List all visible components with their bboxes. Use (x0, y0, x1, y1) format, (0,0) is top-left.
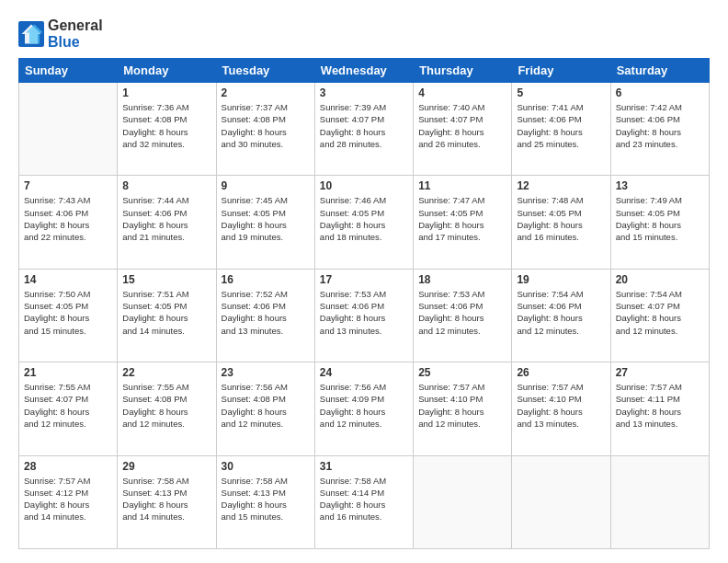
day-cell: 8Sunrise: 7:44 AM Sunset: 4:06 PM Daylig… (118, 176, 216, 269)
day-cell (19, 83, 118, 176)
day-cell: 31Sunrise: 7:58 AM Sunset: 4:14 PM Dayli… (314, 455, 413, 548)
day-number: 28 (24, 460, 112, 473)
day-number: 7 (24, 179, 112, 192)
day-number: 12 (517, 179, 605, 192)
day-content: Sunrise: 7:46 AM Sunset: 4:05 PM Dayligh… (320, 194, 408, 243)
day-number: 17 (320, 273, 408, 286)
day-content: Sunrise: 7:47 AM Sunset: 4:05 PM Dayligh… (418, 194, 506, 243)
day-content: Sunrise: 7:44 AM Sunset: 4:06 PM Dayligh… (122, 194, 210, 243)
day-cell: 21Sunrise: 7:55 AM Sunset: 4:07 PM Dayli… (19, 362, 118, 455)
week-row-3: 14Sunrise: 7:50 AM Sunset: 4:05 PM Dayli… (19, 269, 710, 362)
day-cell: 13Sunrise: 7:49 AM Sunset: 4:05 PM Dayli… (610, 176, 709, 269)
day-number: 1 (122, 86, 210, 99)
calendar-page: General Blue SundayMondayTuesdayWednesda… (0, 0, 728, 563)
day-number: 3 (320, 86, 408, 99)
day-content: Sunrise: 7:58 AM Sunset: 4:13 PM Dayligh… (122, 475, 210, 523)
header: General Blue (18, 14, 710, 51)
calendar-body: 1Sunrise: 7:36 AM Sunset: 4:08 PM Daylig… (19, 83, 710, 549)
day-content: Sunrise: 7:49 AM Sunset: 4:05 PM Dayligh… (616, 194, 704, 243)
day-cell (610, 455, 709, 548)
calendar-table: SundayMondayTuesdayWednesdayThursdayFrid… (18, 58, 710, 549)
weekday-header-monday: Monday (118, 59, 216, 83)
day-cell: 26Sunrise: 7:57 AM Sunset: 4:10 PM Dayli… (512, 362, 610, 455)
day-cell: 1Sunrise: 7:36 AM Sunset: 4:08 PM Daylig… (118, 83, 216, 176)
day-number: 9 (222, 179, 310, 192)
day-content: Sunrise: 7:55 AM Sunset: 4:07 PM Dayligh… (24, 381, 112, 430)
logo: General Blue (18, 17, 103, 51)
logo-icon (18, 21, 44, 47)
day-cell: 17Sunrise: 7:53 AM Sunset: 4:06 PM Dayli… (314, 269, 413, 362)
day-number: 26 (517, 366, 605, 379)
day-content: Sunrise: 7:36 AM Sunset: 4:08 PM Dayligh… (122, 101, 210, 150)
day-cell: 30Sunrise: 7:58 AM Sunset: 4:13 PM Dayli… (216, 455, 314, 548)
day-number: 25 (418, 366, 506, 379)
day-cell: 5Sunrise: 7:41 AM Sunset: 4:06 PM Daylig… (512, 83, 610, 176)
day-number: 15 (122, 273, 210, 286)
week-row-2: 7Sunrise: 7:43 AM Sunset: 4:06 PM Daylig… (19, 176, 710, 269)
day-cell: 20Sunrise: 7:54 AM Sunset: 4:07 PM Dayli… (610, 269, 709, 362)
day-cell: 4Sunrise: 7:40 AM Sunset: 4:07 PM Daylig… (414, 83, 512, 176)
day-content: Sunrise: 7:45 AM Sunset: 4:05 PM Dayligh… (222, 194, 310, 243)
day-content: Sunrise: 7:48 AM Sunset: 4:05 PM Dayligh… (517, 194, 605, 243)
day-number: 18 (418, 273, 506, 286)
weekday-header-saturday: Saturday (610, 59, 709, 83)
day-content: Sunrise: 7:41 AM Sunset: 4:06 PM Dayligh… (517, 101, 605, 150)
day-cell: 2Sunrise: 7:37 AM Sunset: 4:08 PM Daylig… (216, 83, 314, 176)
day-cell: 25Sunrise: 7:57 AM Sunset: 4:10 PM Dayli… (414, 362, 512, 455)
day-number: 19 (517, 273, 605, 286)
day-number: 5 (517, 86, 605, 99)
day-number: 16 (222, 273, 310, 286)
day-content: Sunrise: 7:54 AM Sunset: 4:07 PM Dayligh… (616, 288, 704, 337)
day-cell: 18Sunrise: 7:53 AM Sunset: 4:06 PM Dayli… (414, 269, 512, 362)
day-content: Sunrise: 7:57 AM Sunset: 4:10 PM Dayligh… (517, 381, 605, 430)
day-content: Sunrise: 7:42 AM Sunset: 4:06 PM Dayligh… (616, 101, 704, 150)
day-cell: 22Sunrise: 7:55 AM Sunset: 4:08 PM Dayli… (118, 362, 216, 455)
day-number: 21 (24, 366, 112, 379)
day-cell: 10Sunrise: 7:46 AM Sunset: 4:05 PM Dayli… (314, 176, 413, 269)
day-content: Sunrise: 7:57 AM Sunset: 4:12 PM Dayligh… (24, 475, 112, 523)
day-cell: 11Sunrise: 7:47 AM Sunset: 4:05 PM Dayli… (414, 176, 512, 269)
day-content: Sunrise: 7:53 AM Sunset: 4:06 PM Dayligh… (320, 288, 408, 337)
day-content: Sunrise: 7:55 AM Sunset: 4:08 PM Dayligh… (122, 381, 210, 430)
day-content: Sunrise: 7:51 AM Sunset: 4:05 PM Dayligh… (122, 288, 210, 337)
day-content: Sunrise: 7:37 AM Sunset: 4:08 PM Dayligh… (222, 101, 310, 150)
day-number: 14 (24, 273, 112, 286)
week-row-4: 21Sunrise: 7:55 AM Sunset: 4:07 PM Dayli… (19, 362, 710, 455)
day-content: Sunrise: 7:40 AM Sunset: 4:07 PM Dayligh… (418, 101, 506, 150)
day-cell: 16Sunrise: 7:52 AM Sunset: 4:06 PM Dayli… (216, 269, 314, 362)
day-content: Sunrise: 7:58 AM Sunset: 4:14 PM Dayligh… (320, 475, 408, 523)
day-cell: 9Sunrise: 7:45 AM Sunset: 4:05 PM Daylig… (216, 176, 314, 269)
day-cell (414, 455, 512, 548)
day-number: 10 (320, 179, 408, 192)
day-cell: 19Sunrise: 7:54 AM Sunset: 4:06 PM Dayli… (512, 269, 610, 362)
day-number: 27 (616, 366, 704, 379)
day-cell: 12Sunrise: 7:48 AM Sunset: 4:05 PM Dayli… (512, 176, 610, 269)
day-cell: 27Sunrise: 7:57 AM Sunset: 4:11 PM Dayli… (610, 362, 709, 455)
day-number: 24 (320, 366, 408, 379)
day-content: Sunrise: 7:56 AM Sunset: 4:09 PM Dayligh… (320, 381, 408, 430)
day-content: Sunrise: 7:53 AM Sunset: 4:06 PM Dayligh… (418, 288, 506, 337)
day-content: Sunrise: 7:50 AM Sunset: 4:05 PM Dayligh… (24, 288, 112, 337)
day-content: Sunrise: 7:56 AM Sunset: 4:08 PM Dayligh… (222, 381, 310, 430)
weekday-header-wednesday: Wednesday (314, 59, 413, 83)
day-number: 23 (222, 366, 310, 379)
day-cell: 29Sunrise: 7:58 AM Sunset: 4:13 PM Dayli… (118, 455, 216, 548)
day-cell: 24Sunrise: 7:56 AM Sunset: 4:09 PM Dayli… (314, 362, 413, 455)
day-content: Sunrise: 7:54 AM Sunset: 4:06 PM Dayligh… (517, 288, 605, 337)
day-cell: 14Sunrise: 7:50 AM Sunset: 4:05 PM Dayli… (19, 269, 118, 362)
day-number: 30 (222, 460, 310, 473)
day-cell: 3Sunrise: 7:39 AM Sunset: 4:07 PM Daylig… (314, 83, 413, 176)
week-row-5: 28Sunrise: 7:57 AM Sunset: 4:12 PM Dayli… (19, 455, 710, 548)
day-number: 4 (418, 86, 506, 99)
day-cell: 23Sunrise: 7:56 AM Sunset: 4:08 PM Dayli… (216, 362, 314, 455)
weekday-header-friday: Friday (512, 59, 610, 83)
weekday-header-sunday: Sunday (19, 59, 118, 83)
weekday-header-thursday: Thursday (414, 59, 512, 83)
day-number: 22 (122, 366, 210, 379)
day-cell (512, 455, 610, 548)
day-number: 20 (616, 273, 704, 286)
day-content: Sunrise: 7:39 AM Sunset: 4:07 PM Dayligh… (320, 101, 408, 150)
logo-text-line2: Blue (48, 34, 103, 51)
day-content: Sunrise: 7:52 AM Sunset: 4:06 PM Dayligh… (222, 288, 310, 337)
day-content: Sunrise: 7:58 AM Sunset: 4:13 PM Dayligh… (222, 475, 310, 523)
